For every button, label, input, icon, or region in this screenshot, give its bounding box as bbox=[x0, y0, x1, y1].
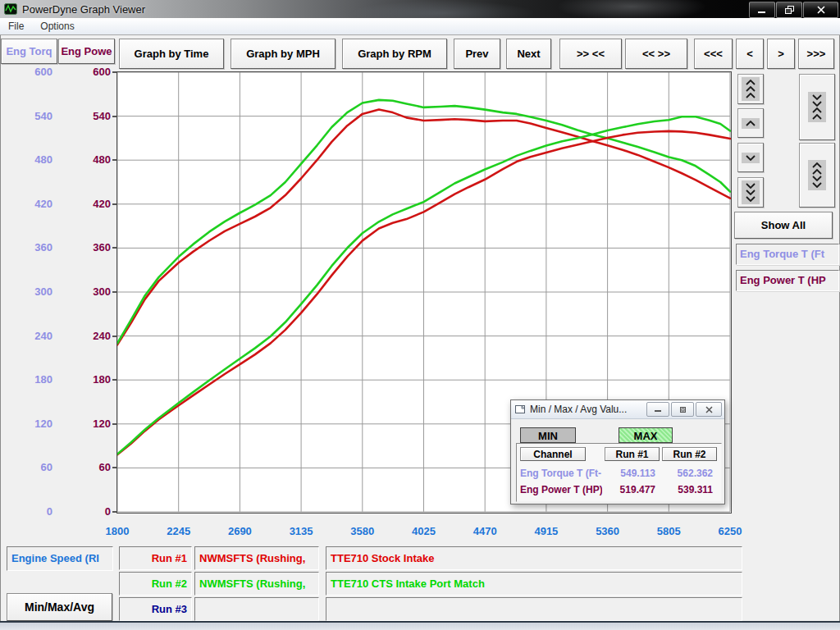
scale-up-button[interactable] bbox=[737, 108, 764, 138]
minmax-restore-button[interactable] bbox=[671, 402, 694, 417]
toolbar-button-scroll-right[interactable]: > bbox=[767, 39, 795, 69]
menu-bar: File Options bbox=[0, 18, 840, 35]
toolbar-button-graph-by-time[interactable]: Graph by Time bbox=[119, 39, 224, 69]
torque-tick-label: 600 bbox=[0, 66, 52, 79]
power-tick-label: 540 bbox=[58, 110, 111, 123]
x-tick-label: 5360 bbox=[582, 525, 634, 538]
scale-down-button[interactable] bbox=[737, 143, 764, 172]
scale-triple-up-button[interactable] bbox=[737, 74, 764, 104]
range-expand-button[interactable] bbox=[799, 143, 835, 208]
chevron-down-icon bbox=[742, 153, 760, 163]
run-desc-box bbox=[326, 597, 742, 621]
run-name-box: NWMSFTS (Rushing, bbox=[194, 572, 319, 596]
toolbar-button-shift-inward[interactable]: >> << bbox=[559, 39, 622, 69]
minmax-close-button[interactable] bbox=[696, 402, 722, 417]
minmax-title: Min / Max / Avg Valu... bbox=[530, 404, 627, 415]
x-tick-label: 1800 bbox=[91, 525, 144, 538]
torque-tick-label: 120 bbox=[0, 418, 52, 431]
toolbar-button-scroll-right-fast[interactable]: >>> bbox=[798, 39, 834, 69]
minimize-button[interactable] bbox=[749, 2, 775, 18]
menu-item-file[interactable]: File bbox=[0, 18, 32, 34]
run-name-box: NWMSFTS (Rushing, bbox=[194, 546, 319, 570]
x-tick-label: 4915 bbox=[520, 525, 573, 538]
x-tick-label: 4470 bbox=[459, 525, 511, 538]
minmax-title-bar: Min / Max / Avg Valu... bbox=[511, 400, 724, 419]
torque-tick-label: 240 bbox=[0, 330, 52, 343]
toolbar-button-graph-by-rpm[interactable]: Graph by RPM bbox=[342, 39, 447, 69]
scale-triple-down-button[interactable] bbox=[737, 177, 764, 208]
run-label-box: Run #3 bbox=[119, 597, 192, 621]
power-tick-label: 600 bbox=[58, 66, 111, 79]
toolbar-button-graph-by-mph[interactable]: Graph by MPH bbox=[231, 39, 336, 69]
chevron-up-icon bbox=[742, 118, 760, 129]
torque-tick-label: 0 bbox=[0, 505, 52, 518]
close-button[interactable] bbox=[803, 2, 838, 18]
power-tick-label: 360 bbox=[58, 241, 111, 254]
max-toggle-button[interactable]: MAX bbox=[619, 427, 673, 443]
minmax-value-run2: 562.362 bbox=[662, 466, 713, 481]
title-bar: PowerDyne Graph Viewer bbox=[0, 0, 840, 18]
chevron-triple-up-icon bbox=[742, 77, 760, 101]
torque-tick-label: 360 bbox=[0, 241, 52, 254]
power-tick-label: 180 bbox=[58, 373, 111, 386]
torque-tick-label: 540 bbox=[0, 110, 52, 123]
power-tick-label: 300 bbox=[58, 285, 111, 299]
x-tick-label: 6250 bbox=[704, 525, 756, 538]
power-channel-label: Eng Power T (HP bbox=[736, 270, 839, 291]
minmax-value-run2: 539.311 bbox=[662, 482, 713, 497]
power-tick-label: 0 bbox=[58, 505, 111, 518]
torque-tick-label: 480 bbox=[0, 153, 52, 167]
run-name-box bbox=[194, 597, 319, 621]
torque-tick-label: 60 bbox=[0, 461, 52, 474]
torque-tick-label: 180 bbox=[0, 373, 52, 386]
torque-tick-label: 300 bbox=[0, 285, 52, 299]
x-tick-label: 3580 bbox=[336, 525, 389, 538]
toolbar-button-shift-outward[interactable]: << >> bbox=[625, 39, 687, 69]
window-bottom-border bbox=[0, 621, 840, 630]
toolbar-button-scroll-left-fast[interactable]: <<< bbox=[694, 39, 733, 69]
channel-button-eng-powe[interactable]: Eng Powe bbox=[58, 39, 115, 64]
channel-header-button[interactable]: Channel bbox=[520, 447, 586, 461]
menu-item-options[interactable]: Options bbox=[32, 18, 82, 34]
window-title: PowerDyne Graph Viewer bbox=[22, 3, 145, 16]
x-tick-label: 2690 bbox=[213, 525, 266, 538]
toolbar-button-prev[interactable]: Prev bbox=[454, 39, 500, 69]
x-tick-label: 4025 bbox=[398, 525, 450, 538]
x-tick-label: 2245 bbox=[153, 525, 205, 538]
chevron-triple-down-icon bbox=[742, 180, 760, 204]
chevrons-diverge-icon bbox=[808, 160, 826, 190]
power-tick-label: 420 bbox=[58, 198, 111, 211]
minmax-window: Min / Max / Avg Valu... MIN MAX ChannelR… bbox=[510, 399, 725, 504]
app-window: PowerDyne Graph Viewer File Options Eng … bbox=[0, 0, 840, 630]
range-compress-button[interactable] bbox=[799, 74, 835, 140]
channel-button-eng-torq[interactable]: Eng Torq bbox=[1, 39, 57, 64]
run-label-box: Run #1 bbox=[119, 546, 192, 570]
power-tick-label: 480 bbox=[58, 153, 111, 167]
x-channel-box: Engine Speed (RI bbox=[7, 546, 113, 571]
minmax-channel-name: Eng Torque T (Ft- bbox=[520, 466, 602, 481]
min-toggle-button[interactable]: MIN bbox=[520, 427, 576, 443]
dialog-icon bbox=[515, 405, 526, 414]
minmax-value-run1: 549.113 bbox=[605, 466, 655, 481]
x-tick-label: 3135 bbox=[275, 525, 327, 538]
minmax-channel-name: Eng Power T (HP) bbox=[520, 482, 602, 497]
toolbar-button-scroll-left[interactable]: < bbox=[736, 39, 764, 69]
x-tick-label: 5805 bbox=[642, 525, 695, 538]
run-desc-box: TTE710 Stock Intake bbox=[326, 546, 742, 570]
run-desc-box: TTE710 CTS Intake Port Match bbox=[326, 572, 742, 596]
run1-header-button[interactable]: Run #1 bbox=[605, 447, 660, 461]
maximize-button[interactable] bbox=[776, 2, 802, 18]
minmax-value-run1: 519.477 bbox=[605, 482, 655, 497]
app-icon bbox=[4, 2, 17, 16]
run-label-box: Run #2 bbox=[119, 572, 192, 596]
minmaxavg-button[interactable]: Min/Max/Avg bbox=[7, 593, 112, 621]
toolbar-button-next[interactable]: Next bbox=[506, 39, 551, 69]
power-tick-label: 120 bbox=[58, 418, 111, 431]
show-all-button[interactable]: Show All bbox=[734, 212, 833, 239]
torque-channel-label: Eng Torque T (Ft bbox=[736, 244, 839, 265]
power-tick-label: 60 bbox=[58, 461, 111, 474]
run2-header-button[interactable]: Run #2 bbox=[662, 447, 717, 461]
minmax-minimize-button[interactable] bbox=[646, 402, 669, 417]
torque-tick-label: 420 bbox=[0, 198, 52, 211]
chevrons-converge-icon bbox=[808, 92, 826, 122]
